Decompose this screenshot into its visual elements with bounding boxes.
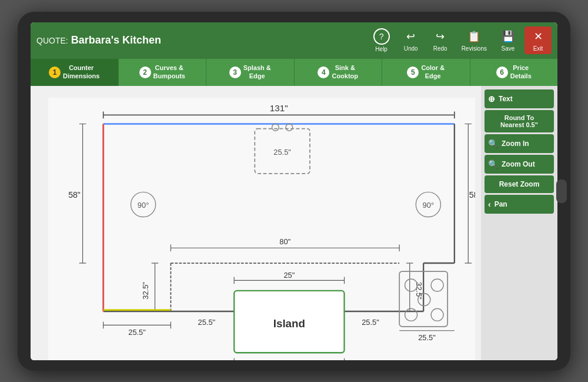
tab-price-details[interactable]: 6 PriceDetails	[470, 59, 558, 86]
svg-text:Island: Island	[273, 317, 305, 329]
main-area: 131"	[31, 86, 557, 360]
svg-text:25": 25"	[283, 270, 295, 279]
redo-icon: ↪	[433, 29, 448, 44]
step-tabs: 1 CounterDimensions 2 Curves &Bumpouts 3…	[31, 59, 557, 86]
step-num-3: 3	[229, 67, 241, 78]
text-label: Text	[499, 95, 513, 103]
zoom-in-label: Zoom In	[502, 139, 529, 148]
round-button[interactable]: Round ToNearest 0.5"	[485, 110, 554, 132]
tab-curves-bumpouts[interactable]: 2 Curves &Bumpouts	[119, 59, 207, 86]
svg-text:32.5": 32.5"	[415, 282, 423, 300]
svg-text:90°: 90°	[423, 201, 434, 210]
step-label-4: Sink &Cooktop	[332, 64, 358, 79]
exit-button[interactable]: ✕ Exit	[524, 26, 552, 54]
svg-text:80": 80"	[279, 237, 290, 246]
tablet-device: QUOTE: Barbara's Kitchen ? Help ↩ Undo ↪…	[18, 12, 570, 371]
save-button[interactable]: 💾 Save	[495, 26, 521, 54]
tab-counter-dimensions[interactable]: 1 CounterDimensions	[31, 59, 119, 86]
revisions-button[interactable]: 📋 Revisions	[457, 26, 492, 54]
step-label-6: PriceDetails	[510, 64, 532, 79]
step-num-1: 1	[49, 67, 61, 78]
canvas-area[interactable]: 131"	[31, 86, 481, 360]
pan-icon: ‹	[488, 200, 491, 209]
step-label-2: Curves &Bumpouts	[153, 64, 185, 79]
step-label-1: CounterDimensions	[63, 64, 99, 79]
svg-text:25.5": 25.5"	[273, 148, 291, 157]
svg-text:25.5": 25.5"	[128, 327, 146, 336]
revisions-icon: 📋	[466, 29, 482, 44]
reset-zoom-label: Reset Zoom	[499, 180, 540, 188]
svg-text:25.5": 25.5"	[362, 318, 379, 327]
undo-label: Undo	[404, 45, 418, 52]
zoom-in-icon: 🔍	[488, 139, 498, 148]
tablet-screen: QUOTE: Barbara's Kitchen ? Help ↩ Undo ↪…	[31, 22, 557, 360]
undo-icon: ↩	[403, 29, 419, 44]
redo-button[interactable]: ↪ Redo	[427, 26, 453, 54]
help-icon: ?	[373, 28, 390, 45]
help-label: Help	[375, 46, 387, 52]
home-button[interactable]	[556, 180, 567, 203]
zoom-out-label: Zoom Out	[502, 160, 535, 168]
undo-button[interactable]: ↩ Undo	[398, 26, 424, 54]
svg-text:131": 131"	[270, 103, 288, 113]
quote-name: Barbara's Kitchen	[71, 34, 161, 46]
svg-text:58": 58"	[68, 190, 81, 199]
text-button[interactable]: ⊕ Text	[485, 89, 554, 108]
top-bar: QUOTE: Barbara's Kitchen ? Help ↩ Undo ↪…	[31, 22, 557, 59]
pan-label: Pan	[495, 200, 507, 208]
step-label-5: Color &Edge	[421, 64, 445, 79]
exit-icon: ✕	[530, 29, 546, 44]
zoom-in-button[interactable]: 🔍 Zoom In	[485, 134, 554, 153]
tab-splash-edge[interactable]: 3 Splash &Edge	[206, 59, 295, 86]
round-label: Round ToNearest 0.5"	[500, 114, 538, 128]
quote-title: QUOTE: Barbara's Kitchen	[36, 34, 365, 46]
svg-text:25.5": 25.5"	[418, 333, 436, 342]
svg-text:58": 58"	[469, 190, 475, 199]
tab-color-edge[interactable]: 5 Color &Edge	[382, 59, 470, 86]
step-label-3: Splash &Edge	[243, 64, 271, 79]
step-num-5: 5	[407, 67, 419, 78]
save-label: Save	[502, 45, 515, 52]
kitchen-diagram: 131"	[48, 98, 475, 360]
tab-sink-cooktop[interactable]: 4 Sink &Cooktop	[295, 59, 383, 86]
quote-label: QUOTE:	[36, 36, 68, 45]
exit-label: Exit	[533, 45, 543, 52]
step-num-6: 6	[496, 67, 508, 78]
step-num-2: 2	[139, 67, 151, 78]
right-panel: ⊕ Text Round ToNearest 0.5" 🔍 Zoom In 🔍 …	[481, 86, 557, 360]
svg-text:90°: 90°	[138, 201, 149, 210]
svg-text:25.5": 25.5"	[198, 318, 216, 327]
zoom-out-button[interactable]: 🔍 Zoom Out	[485, 155, 554, 174]
save-icon: 💾	[500, 29, 516, 44]
reset-zoom-button[interactable]: Reset Zoom	[485, 175, 554, 193]
zoom-out-icon: 🔍	[488, 160, 498, 169]
redo-label: Redo	[433, 45, 447, 52]
help-button[interactable]: ? Help	[369, 26, 395, 55]
plus-icon: ⊕	[488, 94, 495, 104]
revisions-label: Revisions	[462, 45, 487, 52]
step-num-4: 4	[318, 67, 329, 78]
svg-text:32.5": 32.5"	[141, 281, 150, 299]
pan-button[interactable]: ‹ Pan	[485, 195, 554, 214]
